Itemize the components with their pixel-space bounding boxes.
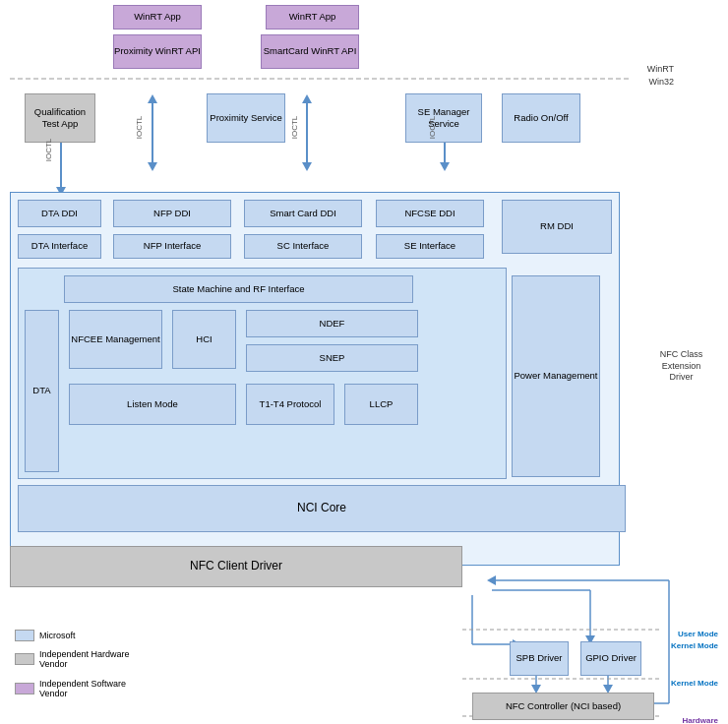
hardware-label: Hardware bbox=[683, 716, 718, 724]
se-manager-service: SE Manager Service bbox=[405, 93, 482, 143]
smartcard-winrt-api: SmartCard WinRT API bbox=[261, 34, 359, 69]
winrt-app-2: WinRT App bbox=[266, 5, 359, 30]
listen-mode: Listen Mode bbox=[69, 384, 236, 425]
spb-driver: SPB Driver bbox=[510, 641, 569, 676]
dta-box: DTA bbox=[25, 310, 59, 472]
win32-label: Win32 bbox=[648, 77, 674, 87]
proximity-service: Proximity Service bbox=[207, 93, 285, 143]
winrt-label: WinRT bbox=[647, 64, 674, 74]
ioctl-label-4: IOCTL bbox=[428, 116, 437, 140]
nfp-ddi: NFP DDI bbox=[113, 200, 231, 227]
state-machine: State Machine and RF Interface bbox=[64, 275, 413, 303]
svg-marker-9 bbox=[302, 162, 312, 171]
legend-isv: Independent Software Vendor bbox=[15, 679, 126, 698]
ndef: NDEF bbox=[246, 310, 418, 337]
svg-marker-6 bbox=[148, 162, 157, 171]
legend-ihv: Independent Hardware Vendor bbox=[15, 649, 130, 669]
kernel-mode-label-2: Kernel Mode bbox=[671, 679, 718, 688]
se-interface: SE Interface bbox=[376, 234, 484, 259]
nfc-class-driver-label: NFC Class Extension Driver bbox=[649, 349, 713, 384]
kernel-mode-label-1: Kernel Mode bbox=[671, 641, 718, 650]
nfc-client-driver: NFC Client Driver bbox=[10, 546, 462, 587]
radio-onoff: Radio On/Off bbox=[502, 93, 580, 143]
nfcse-ddi: NFCSE DDI bbox=[376, 200, 484, 227]
svg-marker-5 bbox=[148, 94, 157, 103]
winrt-app-1: WinRT App bbox=[113, 5, 202, 30]
ioctl-label-1: IOCTL bbox=[44, 139, 53, 162]
qualification-test-app: Qualification Test App bbox=[25, 93, 95, 143]
user-mode-label: User Mode bbox=[678, 630, 718, 638]
smartcard-ddi: Smart Card DDI bbox=[244, 200, 362, 227]
power-management: Power Management bbox=[512, 275, 600, 477]
hci: HCI bbox=[172, 310, 236, 369]
legend-microsoft: Microsoft bbox=[15, 630, 76, 641]
dta-interface: DTA Interface bbox=[18, 234, 101, 259]
nci-core: NCI Core bbox=[18, 485, 626, 532]
svg-marker-8 bbox=[302, 94, 312, 103]
diagram: WinRT App Proximity WinRT API WinRT App … bbox=[0, 0, 728, 724]
svg-marker-26 bbox=[487, 575, 496, 585]
ioctl-label-3: IOCTL bbox=[290, 116, 299, 140]
nfc-controller: NFC Controller (NCI based) bbox=[472, 693, 654, 720]
nfcee-management: NFCEE Management bbox=[69, 310, 162, 369]
t1t4-protocol: T1-T4 Protocol bbox=[246, 384, 334, 425]
llcp: LLCP bbox=[344, 384, 418, 425]
proximity-winrt-api: Proximity WinRT API bbox=[113, 34, 202, 69]
snep: SNEP bbox=[246, 344, 418, 372]
sc-interface: SC Interface bbox=[244, 234, 362, 259]
nfp-interface: NFP Interface bbox=[113, 234, 231, 259]
gpio-driver: GPIO Driver bbox=[580, 641, 641, 676]
dta-ddi: DTA DDI bbox=[18, 200, 101, 227]
svg-marker-12 bbox=[440, 162, 450, 171]
rm-ddi: RM DDI bbox=[502, 200, 612, 254]
ioctl-label-2: IOCTL bbox=[135, 116, 144, 140]
